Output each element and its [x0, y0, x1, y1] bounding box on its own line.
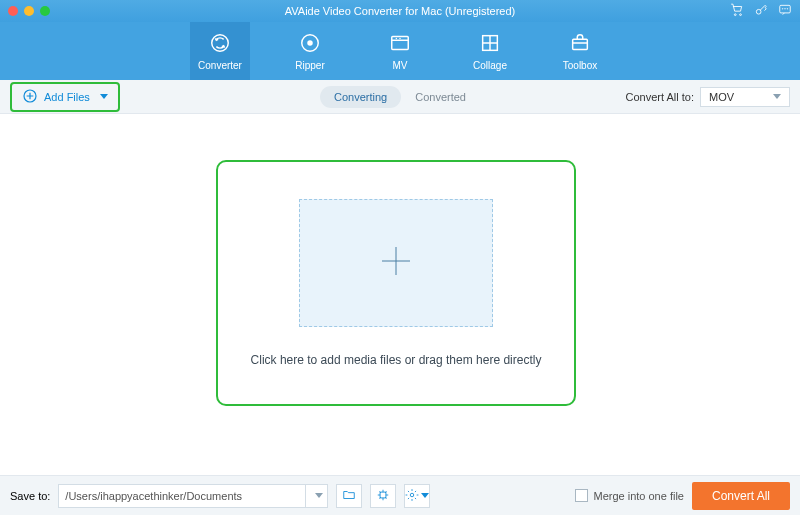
chevron-down-icon [100, 94, 108, 99]
main-nav: Converter Ripper MV Collage Toolbox [0, 22, 800, 80]
tab-label: Toolbox [563, 60, 597, 71]
plus-icon [376, 241, 416, 285]
feedback-icon[interactable] [778, 3, 792, 19]
tab-toolbox[interactable]: Toolbox [550, 22, 610, 80]
close-window-button[interactable] [8, 6, 18, 16]
svg-point-2 [756, 9, 761, 14]
folder-icon [342, 488, 356, 504]
save-to-label: Save to: [10, 490, 50, 502]
zoom-window-button[interactable] [40, 6, 50, 16]
convert-all-to-label: Convert All to: [626, 91, 694, 103]
collage-icon [479, 32, 501, 56]
hardware-accel-button[interactable] [370, 484, 396, 508]
svg-rect-16 [380, 492, 386, 498]
app-title: AVAide Video Converter for Mac (Unregist… [0, 5, 800, 17]
tab-converting[interactable]: Converting [320, 86, 401, 108]
svg-point-6 [787, 9, 788, 10]
merge-label: Merge into one file [593, 490, 684, 502]
merge-checkbox[interactable]: Merge into one file [575, 489, 684, 502]
titlebar: AVAide Video Converter for Mac (Unregist… [0, 0, 800, 22]
tab-label: Converter [198, 60, 242, 71]
save-path-field: /Users/ihappyacethinker/Documents [58, 484, 328, 508]
save-path-value: /Users/ihappyacethinker/Documents [59, 490, 305, 502]
chevron-down-icon [315, 493, 323, 498]
tab-collage[interactable]: Collage [460, 22, 520, 80]
gear-icon [405, 488, 419, 504]
tab-label: Ripper [295, 60, 324, 71]
mv-icon [389, 32, 411, 56]
subbar: Add Files Converting Converted Convert A… [0, 80, 800, 114]
add-files-button[interactable]: Add Files [10, 82, 120, 112]
svg-point-9 [307, 40, 313, 46]
svg-rect-14 [573, 39, 588, 49]
tab-label: MV [393, 60, 408, 71]
toolbox-icon [569, 32, 591, 56]
plus-circle-icon [22, 88, 38, 106]
svg-point-11 [396, 37, 397, 38]
svg-point-0 [734, 14, 736, 16]
tab-label: Collage [473, 60, 507, 71]
drop-instruction: Click here to add media files or drag th… [251, 353, 542, 367]
ripper-icon [299, 32, 321, 56]
svg-point-1 [740, 14, 742, 16]
tab-converter[interactable]: Converter [190, 22, 250, 80]
svg-point-5 [785, 9, 786, 10]
svg-point-17 [411, 493, 415, 497]
svg-point-12 [399, 37, 400, 38]
format-value: MOV [709, 91, 734, 103]
chip-icon [376, 488, 390, 504]
output-format-select[interactable]: MOV [700, 87, 790, 107]
tab-mv[interactable]: MV [370, 22, 430, 80]
chevron-down-icon [421, 493, 429, 498]
converter-icon [209, 32, 231, 56]
add-files-label: Add Files [44, 91, 90, 103]
window-controls [8, 6, 50, 16]
convert-all-button[interactable]: Convert All [692, 482, 790, 510]
browse-folder-button[interactable] [336, 484, 362, 508]
main-area: Click here to add media files or drag th… [0, 114, 800, 475]
footer: Save to: /Users/ihappyacethinker/Documen… [0, 475, 800, 515]
tab-converted[interactable]: Converted [401, 86, 480, 108]
settings-button[interactable] [404, 484, 430, 508]
tab-ripper[interactable]: Ripper [280, 22, 340, 80]
cart-icon[interactable] [730, 3, 744, 19]
chevron-down-icon [773, 94, 781, 99]
minimize-window-button[interactable] [24, 6, 34, 16]
drop-zone-highlight: Click here to add media files or drag th… [216, 160, 576, 406]
svg-point-4 [782, 9, 783, 10]
key-icon[interactable] [754, 3, 768, 19]
save-path-dropdown[interactable] [305, 485, 327, 507]
status-tabs: Converting Converted [320, 86, 480, 108]
add-media-dropzone[interactable] [299, 199, 493, 327]
checkbox-icon [575, 489, 588, 502]
